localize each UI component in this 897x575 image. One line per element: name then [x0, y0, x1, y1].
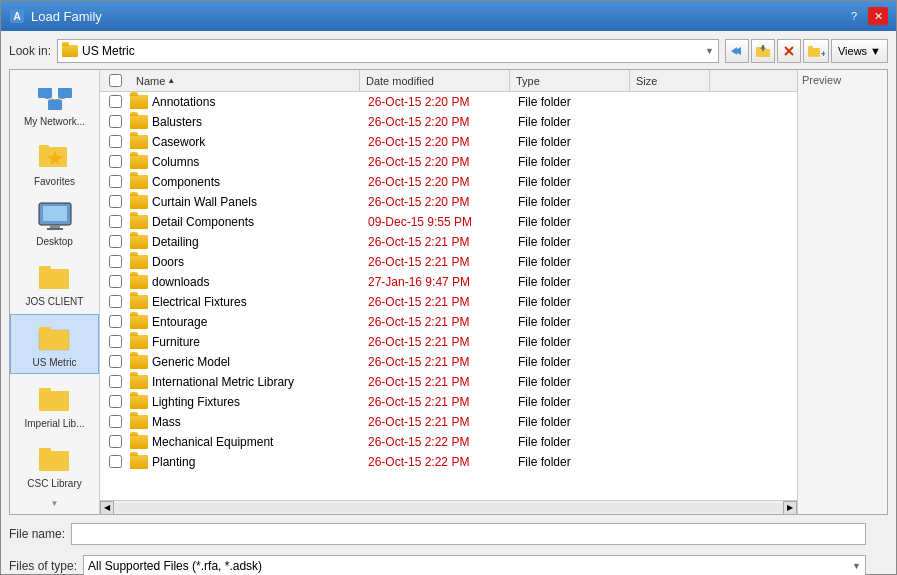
file-date-cell: 26-Oct-15 2:20 PM	[362, 115, 512, 129]
svg-rect-24	[47, 228, 63, 230]
views-button[interactable]: Views ▼	[831, 39, 888, 63]
table-row[interactable]: Electrical Fixtures 26-Oct-15 2:21 PM Fi…	[100, 292, 797, 312]
file-type-cell: File folder	[512, 215, 632, 229]
row-checkbox-13[interactable]	[109, 355, 122, 368]
sidebar-item-us-metric[interactable]: US Metric	[10, 314, 99, 374]
row-checkbox-17[interactable]	[109, 435, 122, 448]
file-date-cell: 26-Oct-15 2:21 PM	[362, 295, 512, 309]
file-name-cell: Doors	[152, 255, 362, 269]
hscroll-left[interactable]: ◀	[100, 501, 114, 515]
row-checkbox-8[interactable]	[109, 255, 122, 268]
header-date[interactable]: Date modified	[360, 70, 510, 91]
file-date-cell: 26-Oct-15 2:20 PM	[362, 175, 512, 189]
svg-text:A: A	[13, 11, 20, 22]
imperial-icon	[37, 383, 73, 413]
file-name-cell: downloads	[152, 275, 362, 289]
svg-rect-32	[39, 448, 51, 455]
up-folder-icon	[755, 44, 771, 58]
file-type-cell: File folder	[512, 235, 632, 249]
file-name-cell: Casework	[152, 135, 362, 149]
file-type-cell: File folder	[512, 455, 632, 469]
table-row[interactable]: International Metric Library 26-Oct-15 2…	[100, 372, 797, 392]
table-row[interactable]: Entourage 26-Oct-15 2:21 PM File folder	[100, 312, 797, 332]
row-checkbox-14[interactable]	[109, 375, 122, 388]
svg-rect-26	[39, 266, 51, 273]
file-type-cell: File folder	[512, 255, 632, 269]
header-type[interactable]: Type	[510, 70, 630, 91]
row-checkbox-18[interactable]	[109, 455, 122, 468]
folder-icon	[130, 435, 148, 449]
sidebar-item-network[interactable]: My Network...	[10, 74, 99, 132]
table-row[interactable]: downloads 27-Jan-16 9:47 PM File folder	[100, 272, 797, 292]
row-checkbox-3[interactable]	[109, 155, 122, 168]
file-type-cell: File folder	[512, 415, 632, 429]
sidebar-item-favorites[interactable]: Favorites	[10, 134, 99, 192]
svg-rect-15	[48, 100, 62, 110]
hscroll-track[interactable]	[114, 503, 783, 513]
favorites-icon	[37, 141, 73, 171]
table-row[interactable]: Annotations 26-Oct-15 2:20 PM File folde…	[100, 92, 797, 112]
svg-rect-28	[39, 327, 51, 334]
header-name[interactable]: Name ▲	[130, 70, 360, 91]
sidebar-item-imperial[interactable]: Imperial Lib...	[10, 376, 99, 434]
look-in-combo[interactable]: US Metric ▼	[57, 39, 719, 63]
sidebar-item-desktop[interactable]: Desktop	[10, 194, 99, 252]
file-date-cell: 26-Oct-15 2:21 PM	[362, 315, 512, 329]
file-name-input[interactable]	[71, 523, 866, 545]
row-checkbox-10[interactable]	[109, 295, 122, 308]
table-row[interactable]: Mass 26-Oct-15 2:21 PM File folder	[100, 412, 797, 432]
svg-text:+: +	[821, 49, 825, 58]
table-row[interactable]: Detail Components 09-Dec-15 9:55 PM File…	[100, 212, 797, 232]
back-button[interactable]	[725, 39, 749, 63]
table-row[interactable]: Balusters 26-Oct-15 2:20 PM File folder	[100, 112, 797, 132]
help-button[interactable]: ?	[844, 7, 864, 25]
row-checkbox-2[interactable]	[109, 135, 122, 148]
folder-icon	[130, 195, 148, 209]
svg-rect-22	[43, 206, 67, 221]
table-row[interactable]: Lighting Fixtures 26-Oct-15 2:21 PM File…	[100, 392, 797, 412]
row-checkbox-15[interactable]	[109, 395, 122, 408]
close-button[interactable]: ✕	[868, 7, 888, 25]
header-size[interactable]: Size	[630, 70, 710, 91]
hscroll-right[interactable]: ▶	[783, 501, 797, 515]
network-icon	[36, 80, 74, 112]
file-date-cell: 26-Oct-15 2:21 PM	[362, 415, 512, 429]
row-checkbox-12[interactable]	[109, 335, 122, 348]
row-checkbox-9[interactable]	[109, 275, 122, 288]
jos-client-icon	[37, 261, 73, 291]
file-list-scroll[interactable]: Annotations 26-Oct-15 2:20 PM File folde…	[100, 92, 797, 500]
row-checkbox-11[interactable]	[109, 315, 122, 328]
table-row[interactable]: Doors 26-Oct-15 2:21 PM File folder	[100, 252, 797, 272]
table-row[interactable]: Mechanical Equipment 26-Oct-15 2:22 PM F…	[100, 432, 797, 452]
load-family-dialog: A Load Family ? ✕ Look in: US Metric ▼	[0, 0, 897, 575]
row-checkbox-6[interactable]	[109, 215, 122, 228]
table-row[interactable]: Generic Model 26-Oct-15 2:21 PM File fol…	[100, 352, 797, 372]
table-row[interactable]: Detailing 26-Oct-15 2:21 PM File folder	[100, 232, 797, 252]
folder-icon	[130, 295, 148, 309]
table-row[interactable]: Columns 26-Oct-15 2:20 PM File folder	[100, 152, 797, 172]
up-folder-button[interactable]	[751, 39, 775, 63]
views-label: Views	[838, 45, 867, 57]
sidebar-item-jos-client[interactable]: JOS CLIENT	[10, 254, 99, 312]
file-type-arrow: ▼	[852, 561, 861, 571]
table-row[interactable]: Curtain Wall Panels 26-Oct-15 2:20 PM Fi…	[100, 192, 797, 212]
sidebar-item-csc[interactable]: CSC Library	[10, 436, 99, 494]
delete-button[interactable]	[777, 39, 801, 63]
row-checkbox-1[interactable]	[109, 115, 122, 128]
table-row[interactable]: Components 26-Oct-15 2:20 PM File folder	[100, 172, 797, 192]
new-folder-button[interactable]: +	[803, 39, 829, 63]
file-name-cell: Annotations	[152, 95, 362, 109]
row-checkbox-16[interactable]	[109, 415, 122, 428]
table-row[interactable]: Casework 26-Oct-15 2:20 PM File folder	[100, 132, 797, 152]
row-checkbox-7[interactable]	[109, 235, 122, 248]
file-date-cell: 26-Oct-15 2:22 PM	[362, 435, 512, 449]
row-checkbox-4[interactable]	[109, 175, 122, 188]
row-checkbox-5[interactable]	[109, 195, 122, 208]
file-type-cell: File folder	[512, 315, 632, 329]
table-row[interactable]: Planting 26-Oct-15 2:22 PM File folder	[100, 452, 797, 472]
row-checkbox-0[interactable]	[109, 95, 122, 108]
select-all-checkbox[interactable]	[109, 74, 122, 87]
file-name-cell: Mass	[152, 415, 362, 429]
file-type-combo[interactable]: All Supported Files (*.rfa, *.adsk) ▼	[83, 555, 866, 575]
table-row[interactable]: Furniture 26-Oct-15 2:21 PM File folder	[100, 332, 797, 352]
